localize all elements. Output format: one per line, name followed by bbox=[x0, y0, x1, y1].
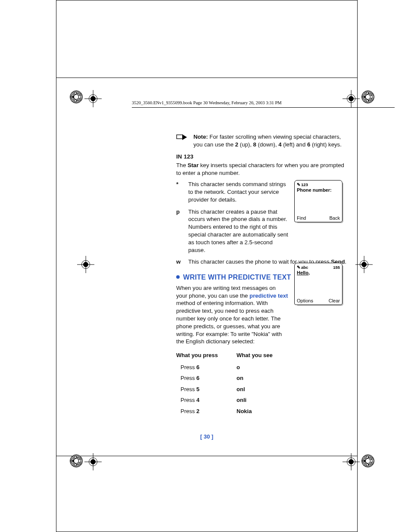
softkey-left: Find bbox=[297, 215, 306, 221]
bullet-icon bbox=[176, 275, 180, 279]
svg-marker-1 bbox=[182, 134, 187, 140]
char-body: This character sends command strings to … bbox=[188, 180, 288, 203]
predictive-table: What you press What you see Press 6 o Pr… bbox=[176, 350, 273, 417]
header-rule bbox=[132, 107, 395, 108]
softkey-right: Back bbox=[330, 215, 340, 221]
svg-rect-0 bbox=[177, 135, 183, 139]
note-icon bbox=[176, 134, 187, 149]
pencil-icon: ✎ bbox=[297, 182, 300, 187]
page-number: [ 30 ] bbox=[56, 433, 357, 440]
table-row: Press 6 on bbox=[176, 373, 273, 384]
softkey-left: Options bbox=[297, 298, 313, 303]
page-frame: 3520_3560.ENv1_9355099.book Page 30 Wedn… bbox=[56, 0, 358, 532]
screen-mode-row: ✎123 bbox=[297, 182, 340, 187]
predictive-text-link: predictive text bbox=[249, 292, 288, 299]
th-press: What you press bbox=[176, 350, 237, 362]
table-row: Press 5 onl bbox=[176, 384, 273, 395]
in123-intro: The Star key inserts special characters … bbox=[176, 162, 349, 177]
char-key: * bbox=[176, 180, 184, 203]
running-header: 3520_3560.ENv1_9355099.book Page 30 Wedn… bbox=[132, 100, 282, 105]
char-entry-p: p This character creates a pause that oc… bbox=[176, 208, 288, 254]
char-key: w bbox=[176, 258, 184, 266]
screen-title: Hello, bbox=[297, 270, 340, 275]
phone-screen-text: ✎abc 155 Hello, Options Clear bbox=[294, 263, 342, 305]
in123-heading: IN 123 bbox=[176, 153, 349, 161]
table-row: Press 2 Nokia bbox=[176, 406, 273, 417]
note-label: Note: bbox=[193, 134, 208, 140]
char-entry-star: * This character sends command strings t… bbox=[176, 180, 288, 203]
char-key: p bbox=[176, 208, 184, 254]
note-block: Note: For faster scrolling when viewing … bbox=[176, 133, 349, 149]
phone-screen-number: ✎123 Phone number: Find Back bbox=[294, 180, 342, 222]
char-count: 155 bbox=[333, 265, 340, 270]
screen-title: Phone number: bbox=[297, 187, 340, 193]
table-row: Press 6 o bbox=[176, 362, 273, 373]
predictive-paragraph: When you are writing text messages on yo… bbox=[176, 284, 288, 346]
table-row: Press 4 onli bbox=[176, 395, 273, 406]
th-see: What you see bbox=[237, 350, 273, 362]
char-body: This character creates a pause that occu… bbox=[188, 208, 288, 254]
pencil-icon: ✎ bbox=[297, 265, 300, 270]
screen-mode-row: ✎abc 155 bbox=[297, 265, 340, 270]
note-text: Note: For faster scrolling when viewing … bbox=[193, 133, 349, 149]
softkey-right: Clear bbox=[329, 298, 340, 303]
